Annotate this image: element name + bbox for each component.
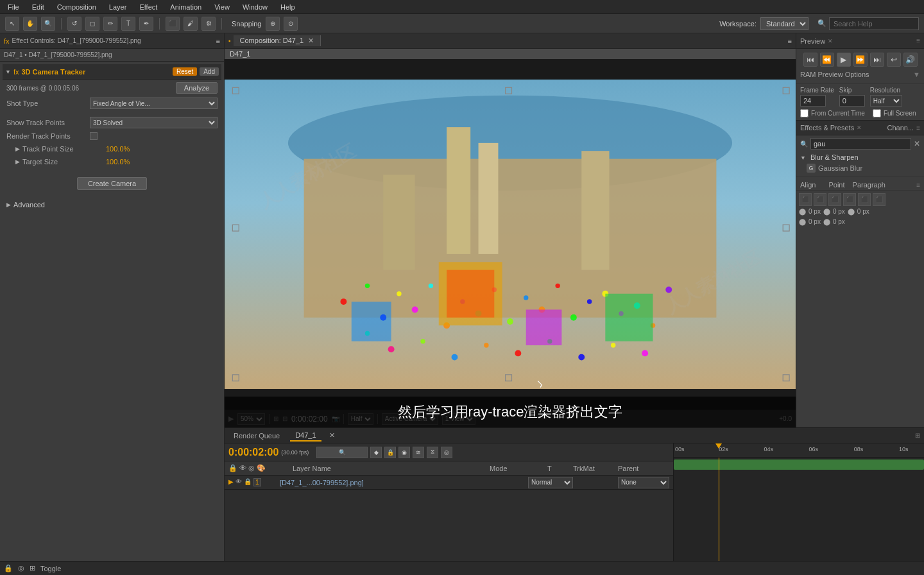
gaussian-blur-item[interactable]: G Gaussian Blur	[796, 162, 924, 174]
menu-file[interactable]: File	[5, 2, 22, 12]
timeline-expand[interactable]: ⊞	[915, 432, 920, 439]
zoom-tool[interactable]: 🔍	[41, 17, 55, 31]
ts-triangle[interactable]: ▶	[15, 159, 20, 165]
effect-reset-btn[interactable]: Reset	[173, 67, 197, 76]
loop-btn[interactable]: ↩	[887, 53, 901, 67]
camera-tool[interactable]: ◻	[85, 17, 99, 31]
skip-input[interactable]	[839, 95, 865, 107]
align-center-v-btn[interactable]: ⬛	[858, 193, 871, 206]
snapping-options[interactable]: ⊙	[284, 17, 298, 31]
frame-rate-input[interactable]	[800, 95, 826, 107]
advanced-section[interactable]: ▶ Advanced	[3, 199, 221, 210]
resolution-select[interactable]: Half	[870, 95, 902, 107]
audio-btn[interactable]: 🔊	[903, 53, 918, 67]
paint-tool[interactable]: 🖌	[184, 17, 198, 31]
align-top-btn[interactable]: ⬛	[843, 193, 856, 206]
menu-view[interactable]: View	[212, 2, 232, 12]
menu-edit[interactable]: Edit	[30, 2, 47, 12]
comp-tab-close[interactable]: ✕	[308, 37, 314, 44]
align-menu[interactable]: ≡	[916, 182, 920, 189]
ruler-content: 00s 02s 04s 06s 08s 10s	[674, 443, 924, 457]
menu-animation[interactable]: Animation	[167, 2, 204, 12]
tps-triangle[interactable]: ▶	[15, 146, 20, 152]
layer-video-icon[interactable]: ▶	[228, 478, 234, 486]
tl-shy-btn[interactable]: ◉	[398, 447, 410, 458]
search-input[interactable]	[829, 17, 919, 30]
preview-header: Preview ✕ ≡	[796, 33, 924, 49]
menu-composition[interactable]: Composition	[55, 2, 99, 12]
center-area: ▪ Composition: D47_1 ✕ ≡ D47_1	[225, 33, 924, 575]
workspace-select[interactable]: Standard	[760, 17, 809, 30]
shape-tool[interactable]: ⬛	[166, 17, 180, 31]
layer-eye-icon[interactable]: 👁	[235, 478, 242, 486]
bottom-icon-1[interactable]: 🔒	[4, 564, 13, 572]
comp-tab[interactable]: Composition: D47_1 ✕	[234, 35, 321, 46]
blur-triangle[interactable]: ▼	[800, 155, 806, 161]
svg-point-32	[484, 343, 488, 347]
rotate-tool[interactable]: ↺	[67, 17, 81, 31]
layer-row-1[interactable]: ▶ 👁 🔒 1 [D47_1_...00-799552].png] Normal	[225, 476, 673, 490]
render-queue-tab[interactable]: Render Queue	[228, 431, 285, 441]
puppet-tool[interactable]: ⚙	[201, 17, 216, 31]
play-btn[interactable]: ▶	[837, 53, 851, 67]
align-left-btn[interactable]: ⬛	[799, 193, 812, 206]
tl-search-btn[interactable]: 🔍	[316, 447, 368, 458]
timeline-close[interactable]: ✕	[329, 431, 335, 440]
analyze-btn[interactable]: Analyze	[176, 82, 218, 94]
resolution-label: Resolution	[870, 87, 902, 94]
menu-help[interactable]: Help	[278, 2, 298, 12]
track-point-size-value[interactable]: 100.0%	[106, 145, 130, 153]
tl-motion-blur-btn[interactable]: ◎	[441, 447, 452, 458]
full-screen-checkbox[interactable]	[873, 109, 881, 117]
tl-collapse-btn[interactable]: ≋	[413, 447, 424, 458]
menu-layer[interactable]: Layer	[107, 2, 130, 12]
layer-mode-select[interactable]: Normal	[528, 477, 573, 488]
tl-lock-btn[interactable]: 🔒	[384, 447, 396, 458]
bottom-icon-2[interactable]: ◎	[18, 564, 24, 572]
skip-end-btn[interactable]: ⏭	[870, 53, 884, 67]
menu-effect[interactable]: Effect	[137, 2, 160, 12]
ram-dropdown[interactable]: ▼	[913, 71, 920, 78]
bottom-bar: 🔒 ◎ ⊞ Toggle	[0, 561, 924, 575]
align-bottom-btn[interactable]: ⬛	[873, 193, 886, 206]
effect-controls-menu-icon[interactable]: ≡	[216, 37, 220, 45]
comp-timeline-tab[interactable]: D47_1	[290, 430, 321, 442]
skip-start-btn[interactable]: ⏮	[803, 53, 817, 67]
comp-menu-icon[interactable]: ≡	[788, 37, 792, 45]
show-track-points-select[interactable]: 3D Solved	[90, 117, 218, 128]
effect-add-btn[interactable]: Add	[200, 67, 219, 76]
bottom-icon-3[interactable]: ⊞	[30, 564, 35, 572]
hand-tool[interactable]: ✋	[23, 17, 37, 31]
menu-window[interactable]: Window	[240, 2, 270, 12]
brush-tool[interactable]: ✏	[103, 17, 117, 31]
text-tool[interactable]: T	[121, 17, 135, 31]
render-track-points-checkbox[interactable]	[90, 132, 98, 140]
step-forward-btn[interactable]: ⏩	[853, 53, 868, 67]
effects-clear-btn[interactable]: ✕	[914, 139, 920, 148]
step-back-btn[interactable]: ⏪	[820, 53, 834, 67]
target-size-value[interactable]: 100.0%	[106, 158, 130, 166]
layer-track-bar[interactable]	[674, 459, 924, 470]
ep-close[interactable]: ✕	[857, 124, 862, 131]
align-center-h-btn[interactable]: ⬛	[814, 193, 826, 206]
tl-solo-btn[interactable]: ◆	[370, 447, 382, 458]
create-camera-btn[interactable]: Create Camera	[77, 177, 147, 190]
pen-tool[interactable]: ✒	[139, 17, 153, 31]
tl-frame-blend-btn[interactable]: ⧖	[427, 447, 438, 458]
select-tool[interactable]: ↖	[5, 17, 19, 31]
preview-menu[interactable]: ≡	[916, 37, 920, 44]
align-extra-icon: ⬤	[823, 218, 830, 225]
layer-lock-icon[interactable]: 🔒	[244, 478, 252, 486]
effect-triangle[interactable]: ▼	[5, 69, 11, 75]
snapping-toggle[interactable]: ⊕	[266, 17, 280, 31]
transport-row: ⏮ ⏪ ▶ ⏩ ⏭ ↩ 🔊	[800, 53, 920, 67]
effects-search-input[interactable]	[810, 138, 911, 150]
preview-panel-close[interactable]: ✕	[828, 38, 833, 44]
ep-menu[interactable]: ≡	[916, 124, 920, 132]
shot-type-select[interactable]: Fixed Angle of Vie...	[90, 98, 218, 109]
from-current-checkbox[interactable]	[800, 109, 809, 117]
tl-timecode: 0:00:02:00	[228, 447, 278, 458]
timeline-header: Render Queue D47_1 ✕ ⊞	[225, 428, 924, 443]
layer-parent-select[interactable]: None	[618, 477, 669, 488]
align-right-btn[interactable]: ⬛	[828, 193, 841, 206]
